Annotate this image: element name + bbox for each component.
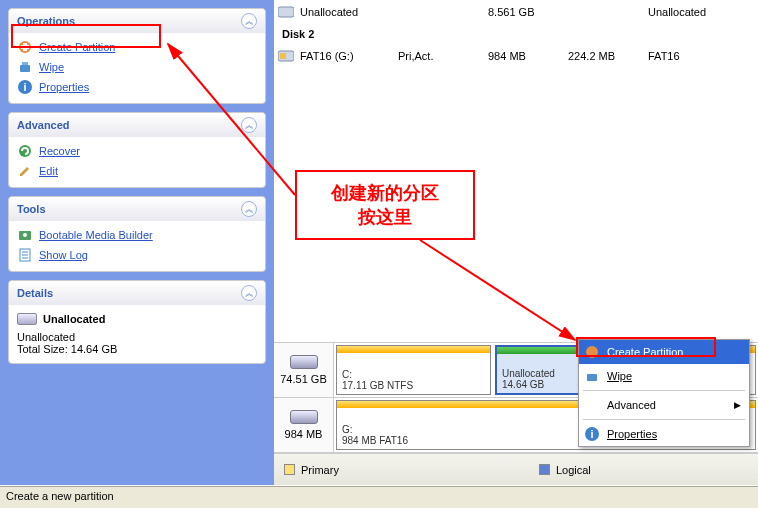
- details-line2: Total Size: 14.64 GB: [17, 343, 257, 355]
- status-text: Create a new partition: [6, 490, 114, 502]
- edit-item[interactable]: Edit: [15, 161, 259, 181]
- partition-flags: Pri,Act.: [398, 50, 488, 62]
- menu-wipe[interactable]: Wipe: [579, 364, 749, 388]
- details-panel: Details ︽ Unallocated Unallocated Total …: [8, 280, 266, 364]
- partition-size: 8.561 GB: [488, 6, 568, 18]
- legend-label: Logical: [556, 464, 591, 476]
- sidebar: Operations ︽ Create Partition Wipe i Pro…: [0, 0, 274, 485]
- partition-size: 984 MB: [488, 50, 568, 62]
- partition-block[interactable]: C: 17.11 GB NTFS: [336, 345, 491, 395]
- blank-icon: [583, 397, 601, 413]
- partition-bar: [337, 346, 490, 353]
- partition-bar: [497, 347, 588, 354]
- partition-block-selected[interactable]: Unallocated 14.64 GB: [495, 345, 590, 395]
- collapse-icon[interactable]: ︽: [241, 285, 257, 301]
- svg-text:i: i: [23, 81, 26, 93]
- context-menu: Create Partition Wipe Advanced ▶ i Prope…: [578, 339, 750, 447]
- menu-label: Advanced: [607, 399, 734, 411]
- menu-separator: [583, 390, 745, 391]
- recover-item[interactable]: Recover: [15, 141, 259, 161]
- create-partition-label: Create Partition: [39, 41, 115, 53]
- partition-row[interactable]: FAT16 (G:) Pri,Act. 984 MB 224.2 MB FAT1…: [278, 46, 754, 66]
- advanced-panel: Advanced ︽ Recover Edit: [8, 112, 266, 188]
- disk-icon: [290, 355, 318, 369]
- menu-advanced[interactable]: Advanced ▶: [579, 393, 749, 417]
- legend-primary: Primary: [284, 464, 339, 476]
- partition-fs: FAT16: [648, 50, 728, 62]
- svg-point-6: [19, 145, 31, 157]
- properties-label: Properties: [39, 81, 89, 93]
- partition-info: 17.11 GB NTFS: [342, 380, 485, 391]
- details-header: Details ︽: [9, 281, 265, 305]
- svg-rect-3: [20, 65, 30, 72]
- submenu-arrow-icon: ▶: [734, 400, 741, 410]
- create-partition-item[interactable]: Create Partition: [15, 37, 259, 57]
- menu-properties[interactable]: i Properties: [579, 422, 749, 446]
- svg-rect-13: [278, 7, 294, 17]
- disk-icon: [290, 410, 318, 424]
- details-name: Unallocated: [43, 313, 105, 325]
- svg-text:i: i: [590, 428, 593, 440]
- partition-icon: [278, 6, 294, 18]
- wipe-item[interactable]: Wipe: [15, 57, 259, 77]
- edit-icon: [17, 163, 33, 179]
- menu-label: Properties: [607, 428, 741, 440]
- advanced-header: Advanced ︽: [9, 113, 265, 137]
- edit-label: Edit: [39, 165, 58, 177]
- status-bar: Create a new partition: [0, 486, 758, 508]
- operations-header: Operations ︽: [9, 9, 265, 33]
- details-title: Details: [17, 287, 53, 299]
- properties-item[interactable]: i Properties: [15, 77, 259, 97]
- menu-separator: [583, 419, 745, 420]
- operations-panel: Operations ︽ Create Partition Wipe i Pro…: [8, 8, 266, 104]
- tools-header: Tools ︽: [9, 197, 265, 221]
- partition-label: C:: [342, 369, 485, 380]
- svg-rect-19: [587, 374, 597, 381]
- legend-logical: Logical: [539, 464, 591, 476]
- tools-panel: Tools ︽ Bootable Media Builder Show Log: [8, 196, 266, 272]
- svg-point-18: [586, 346, 598, 358]
- disk-list: Unallocated 8.561 GB Unallocated Disk 2 …: [274, 0, 758, 68]
- create-partition-icon: [583, 344, 601, 360]
- menu-label: Wipe: [607, 370, 741, 382]
- legend-swatch: [539, 464, 550, 475]
- recover-label: Recover: [39, 145, 80, 157]
- advanced-title: Advanced: [17, 119, 70, 131]
- callout-line2: 按这里: [358, 205, 412, 229]
- partition-status: Unallocated: [648, 6, 728, 18]
- partition-used: 224.2 MB: [568, 50, 648, 62]
- partition-label: Unallocated: [502, 368, 583, 379]
- wipe-icon: [17, 59, 33, 75]
- show-log-label: Show Log: [39, 249, 88, 261]
- legend: Primary Logical: [274, 453, 758, 485]
- log-icon: [17, 247, 33, 263]
- operations-title: Operations: [17, 15, 75, 27]
- info-icon: i: [583, 426, 601, 442]
- callout-line1: 创建新的分区: [331, 181, 439, 205]
- disk-graphic[interactable]: 984 MB: [274, 398, 334, 452]
- disk-size: 74.51 GB: [280, 373, 326, 385]
- menu-label: Create Partition: [607, 346, 741, 358]
- partition-name: FAT16 (G:): [300, 50, 354, 62]
- disk-header: Disk 2: [278, 22, 754, 46]
- recover-icon: [17, 143, 33, 159]
- annotation-callout: 创建新的分区 按这里: [295, 170, 475, 240]
- collapse-icon[interactable]: ︽: [241, 13, 257, 29]
- svg-rect-2: [21, 45, 29, 49]
- wipe-icon: [583, 368, 601, 384]
- partition-row[interactable]: Unallocated 8.561 GB Unallocated: [278, 2, 754, 22]
- bootable-media-item[interactable]: Bootable Media Builder: [15, 225, 259, 245]
- menu-create-partition[interactable]: Create Partition: [579, 340, 749, 364]
- disk-size: 984 MB: [285, 428, 323, 440]
- tools-title: Tools: [17, 203, 46, 215]
- drive-icon: [17, 313, 37, 325]
- details-line1: Unallocated: [17, 331, 257, 343]
- disk-graphic[interactable]: 74.51 GB: [274, 343, 334, 397]
- create-partition-icon: [17, 39, 33, 55]
- partition-name: Unallocated: [300, 6, 358, 18]
- legend-label: Primary: [301, 464, 339, 476]
- collapse-icon[interactable]: ︽: [241, 117, 257, 133]
- collapse-icon[interactable]: ︽: [241, 201, 257, 217]
- show-log-item[interactable]: Show Log: [15, 245, 259, 265]
- bootable-media-label: Bootable Media Builder: [39, 229, 153, 241]
